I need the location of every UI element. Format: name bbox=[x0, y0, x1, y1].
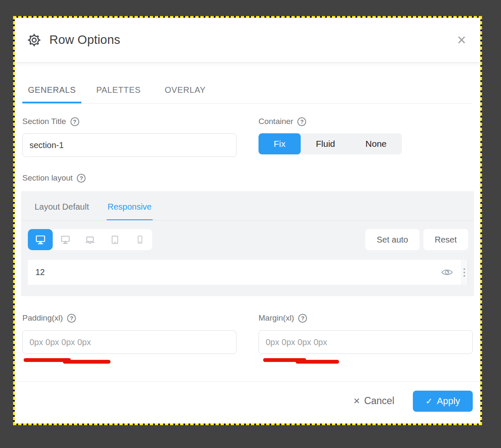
section-layout-label: Section layout bbox=[22, 173, 73, 183]
dialog-header: Row Options × bbox=[15, 18, 480, 62]
help-icon[interactable]: ? bbox=[77, 174, 86, 183]
tab-generals[interactable]: GENERALS bbox=[22, 78, 81, 103]
container-option-fluid[interactable]: Fluid bbox=[301, 133, 350, 154]
dialog-title: Row Options bbox=[49, 33, 120, 47]
cancel-button[interactable]: × Cancel bbox=[353, 394, 394, 408]
apply-button[interactable]: ✓ Apply bbox=[413, 391, 473, 412]
row-options-dialog: Row Options × GENERALS PALETTES OVERLAY … bbox=[15, 18, 480, 424]
section-layout-panel: Layout Default Responsive bbox=[21, 191, 474, 296]
container-label: Container bbox=[259, 117, 293, 126]
tab-responsive[interactable]: Responsive bbox=[107, 191, 153, 220]
container-field: Container ? Fix Fluid None bbox=[259, 104, 473, 157]
device-row: Set auto Reset bbox=[28, 229, 468, 250]
margin-label: Margin(xl) bbox=[259, 313, 294, 323]
tablet-icon bbox=[110, 235, 120, 245]
eye-icon[interactable] bbox=[441, 268, 453, 277]
help-icon[interactable]: ? bbox=[70, 117, 79, 126]
kebab-menu-icon[interactable] bbox=[461, 260, 468, 285]
panel-actions: Set auto Reset bbox=[365, 229, 468, 250]
close-icon[interactable]: × bbox=[455, 32, 468, 48]
device-phone-button[interactable] bbox=[127, 229, 152, 250]
section-title-label-row: Section Title ? bbox=[22, 117, 237, 126]
padding-input[interactable] bbox=[22, 330, 237, 354]
container-segmented-control: Fix Fluid None bbox=[259, 133, 402, 154]
container-label-row: Container ? bbox=[259, 117, 473, 126]
margin-label-row: Margin(xl) ? bbox=[259, 313, 473, 323]
gear-icon bbox=[27, 32, 42, 48]
device-desktop-button[interactable] bbox=[28, 229, 53, 250]
device-tablet-button[interactable] bbox=[102, 229, 127, 250]
section-title-label: Section Title bbox=[22, 117, 66, 126]
tab-palettes[interactable]: PALETTES bbox=[89, 78, 148, 103]
desktop-icon bbox=[35, 234, 46, 246]
dialog-footer: × Cancel ✓ Apply bbox=[15, 381, 480, 424]
margin-input[interactable] bbox=[259, 330, 473, 354]
columns-value: 12 bbox=[35, 267, 441, 277]
section-title-input[interactable] bbox=[22, 133, 237, 157]
laptop-icon bbox=[84, 234, 96, 246]
help-icon[interactable]: ? bbox=[67, 314, 76, 323]
section-title-field: Section Title ? bbox=[22, 104, 237, 157]
help-icon[interactable]: ? bbox=[298, 314, 307, 323]
monitor-icon bbox=[60, 234, 71, 245]
tab-layout-default[interactable]: Layout Default bbox=[34, 191, 90, 220]
layout-mode-tabs: Layout Default Responsive bbox=[21, 191, 474, 221]
device-laptop-button[interactable] bbox=[78, 229, 102, 250]
red-marker-stroke bbox=[63, 360, 110, 364]
tab-overlay[interactable]: OVERLAY bbox=[156, 78, 215, 103]
section-layout-label-row: Section layout ? bbox=[22, 173, 473, 183]
columns-row: 12 bbox=[28, 260, 468, 285]
phone-icon bbox=[135, 235, 145, 245]
set-auto-button[interactable]: Set auto bbox=[365, 229, 420, 250]
cancel-x-icon: × bbox=[353, 394, 360, 408]
dialog-content: Section Title ? Container ? Fix Fluid No… bbox=[15, 104, 480, 381]
help-icon[interactable]: ? bbox=[297, 117, 306, 126]
dialog-tabs: GENERALS PALETTES OVERLAY bbox=[22, 78, 473, 104]
container-option-none[interactable]: None bbox=[350, 133, 402, 154]
padding-label: Padding(xl) bbox=[22, 313, 63, 323]
margin-annotation bbox=[259, 354, 473, 365]
apply-label: Apply bbox=[437, 396, 460, 407]
device-toolbar bbox=[28, 229, 152, 250]
cancel-label: Cancel bbox=[364, 395, 394, 407]
columns-value-input[interactable]: 12 bbox=[28, 260, 461, 285]
reset-button[interactable]: Reset bbox=[423, 229, 468, 250]
container-option-fix[interactable]: Fix bbox=[259, 133, 301, 154]
padding-annotation bbox=[22, 354, 237, 365]
padding-label-row: Padding(xl) ? bbox=[22, 313, 237, 323]
device-monitor-button[interactable] bbox=[53, 229, 78, 250]
margin-field: Margin(xl) ? bbox=[259, 296, 473, 365]
apply-check-icon: ✓ bbox=[426, 396, 433, 406]
red-marker-stroke bbox=[296, 360, 339, 364]
padding-field: Padding(xl) ? bbox=[22, 296, 237, 365]
